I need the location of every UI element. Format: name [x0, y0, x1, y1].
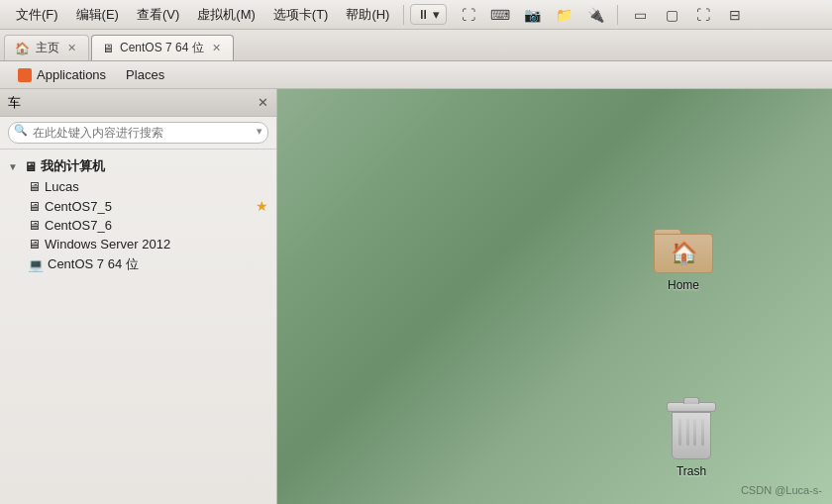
applications-label: Applications: [37, 67, 106, 82]
toolbar-separator-2: [617, 5, 618, 25]
tree-item-winserver[interactable]: 🖥 Windows Server 2012: [24, 235, 272, 253]
menu-file[interactable]: 文件(F): [8, 3, 66, 27]
menu-view[interactable]: 查看(V): [129, 3, 187, 27]
tree-item-centos75[interactable]: 🖥 CentOS7_5 ★: [24, 196, 272, 216]
search-bar: ▾: [0, 117, 276, 150]
view-full-button[interactable]: ⛶: [689, 3, 717, 27]
folder-back: 🏠: [654, 234, 713, 273]
tab-home-close[interactable]: ✕: [65, 42, 78, 54]
pause-button[interactable]: ⏸ ▾: [410, 4, 447, 25]
vm-icon-winserver: 🖥: [28, 237, 41, 252]
places-label: Places: [126, 67, 164, 82]
view-options-button[interactable]: ⊟: [721, 3, 749, 27]
tab-centos-close[interactable]: ✕: [210, 42, 223, 54]
vm-icon-centos75: 🖥: [28, 199, 41, 214]
menu-help[interactable]: 帮助(H): [338, 3, 397, 27]
tree-root[interactable]: ▼ 🖥 我的计算机: [4, 155, 272, 177]
tab-home[interactable]: 🏠 主页 ✕: [4, 35, 89, 60]
vm-icon-centos76: 🖥: [28, 218, 41, 233]
tree-area: ▼ 🖥 我的计算机 🖥 Lucas 🖥 CentOS7_5 ★ 🖥 CentOS…: [0, 150, 276, 504]
tree-label-centos76: CentOS7_6: [45, 218, 112, 233]
menu-tab[interactable]: 选项卡(T): [265, 3, 337, 27]
tree-item-centos764[interactable]: 💻 CentOS 7 64 位: [24, 253, 272, 275]
toolbar-icons: ⛶ ⌨ 📷 📁 🔌 ▭ ▢ ⛶ ⊟: [455, 3, 749, 27]
tree-expand-icon: ▼: [8, 161, 20, 172]
tree-children: 🖥 Lucas 🖥 CentOS7_5 ★ 🖥 CentOS7_6 🖥 Wind…: [24, 177, 272, 275]
sidebar-close-button[interactable]: ✕: [258, 95, 268, 110]
desktop: 🏠 Home Trash: [277, 89, 832, 504]
tree-label-centos764: CentOS 7 64 位: [48, 255, 139, 273]
menubar: 文件(F) 编辑(E) 查看(V) 虚拟机(M) 选项卡(T) 帮助(H) ⏸ …: [0, 0, 832, 30]
trash-line-1: [678, 419, 681, 446]
toolbar-separator: [403, 5, 404, 25]
tree-label-lucas: Lucas: [45, 179, 79, 194]
sidebar: 车 ✕ ▾ ▼ 🖥 我的计算机 🖥 Lucas 🖥 Ce: [0, 89, 277, 504]
trash-lines: [673, 413, 710, 458]
usb-button[interactable]: 🔌: [581, 3, 609, 27]
trash-icon-container: [667, 402, 716, 459]
desktop-icon-home[interactable]: 🏠 Home: [644, 218, 723, 298]
trash-line-2: [686, 419, 689, 446]
nav-applications[interactable]: Applications: [8, 64, 116, 85]
trash-body: [672, 412, 711, 459]
trash-lid: [667, 402, 716, 412]
fullscreen-button[interactable]: ⛶: [455, 3, 482, 27]
tab-home-icon: 🏠: [15, 42, 30, 55]
star-icon: ★: [256, 198, 268, 214]
home-folder-icon: 🏠: [654, 224, 713, 273]
menu-edit[interactable]: 编辑(E): [68, 3, 127, 27]
tabbar: 🏠 主页 ✕ 🖥 CentOS 7 64 位 ✕: [0, 30, 832, 61]
computer-icon: 🖥: [24, 159, 37, 174]
sidebar-title: 车: [8, 94, 21, 112]
home-symbol-icon: 🏠: [671, 241, 697, 266]
applications-icon: [18, 68, 32, 82]
tree-root-label: 我的计算机: [41, 157, 105, 175]
tab-centos[interactable]: 🖥 CentOS 7 64 位 ✕: [91, 35, 234, 60]
trash-lid-tab: [683, 397, 699, 404]
watermark: CSDN @Luca-s-: [741, 484, 822, 496]
search-input[interactable]: [8, 122, 268, 144]
main-layout: 车 ✕ ▾ ▼ 🖥 我的计算机 🖥 Lucas 🖥 Ce: [0, 89, 832, 504]
sidebar-header: 车 ✕: [0, 89, 276, 117]
tab-home-label: 主页: [36, 40, 59, 56]
vm-icon-centos764: 💻: [28, 257, 44, 272]
tree-item-centos76[interactable]: 🖥 CentOS7_6: [24, 216, 272, 235]
trash-line-4: [701, 419, 704, 446]
home-icon-label: Home: [668, 278, 699, 292]
view-normal-button[interactable]: ▭: [626, 3, 654, 27]
trash-icon-label: Trash: [676, 464, 706, 478]
search-dropdown-icon[interactable]: ▾: [257, 125, 262, 138]
tab-centos-label: CentOS 7 64 位: [120, 40, 204, 56]
snapshot-button[interactable]: 📷: [518, 3, 546, 27]
nav-places[interactable]: Places: [116, 64, 174, 85]
search-wrapper: ▾: [8, 122, 268, 144]
menu-vm[interactable]: 虚拟机(M): [189, 3, 263, 27]
tab-centos-icon: 🖥: [102, 42, 114, 55]
shared-folder-button[interactable]: 📁: [550, 3, 577, 27]
tree-label-winserver: Windows Server 2012: [45, 237, 170, 252]
vm-icon-lucas: 🖥: [28, 179, 41, 194]
send-ctrl-alt-del-button[interactable]: ⌨: [486, 3, 514, 27]
pause-icon: ⏸: [417, 7, 430, 22]
pause-dropdown-icon: ▾: [433, 7, 440, 22]
desktop-icon-trash[interactable]: Trash: [652, 396, 731, 484]
view-unity-button[interactable]: ▢: [658, 3, 685, 27]
tree-label-centos75: CentOS7_5: [45, 199, 112, 214]
tree-item-lucas[interactable]: 🖥 Lucas: [24, 177, 272, 196]
trash-line-3: [693, 419, 696, 446]
navbar: Applications Places: [0, 61, 832, 89]
